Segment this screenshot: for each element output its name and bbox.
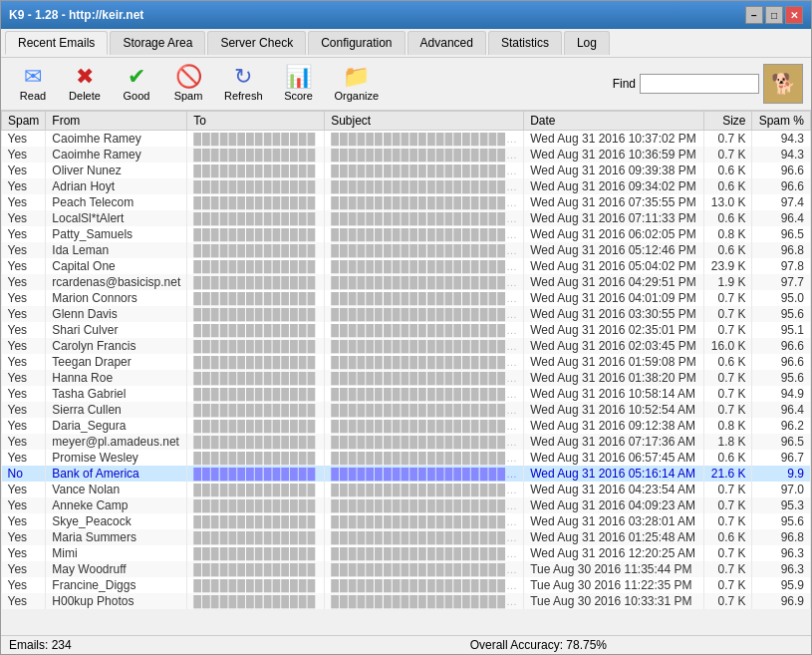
table-row[interactable]: YesCarolyn Francis██████████████████████… — [2, 338, 811, 354]
table-row[interactable]: YesMimi█████████████████████████████████… — [2, 545, 811, 561]
size-cell: 0.6 K — [704, 178, 752, 194]
date-cell: Wed Aug 31 2016 02:35:01 PM — [524, 322, 704, 338]
table-row[interactable]: YesMaria Summers████████████████████████… — [2, 529, 811, 545]
maximize-button[interactable]: □ — [765, 6, 783, 24]
spam-cell: Yes — [2, 306, 46, 322]
window-title: K9 - 1.28 - http://keir.net — [9, 8, 143, 22]
header-spampct[interactable]: Spam % — [752, 112, 811, 131]
size-cell: 0.7 K — [704, 290, 752, 306]
subject-cell: ██████████████████████ — [325, 210, 524, 226]
size-cell: 0.6 K — [704, 450, 752, 466]
header-subject[interactable]: Subject — [325, 112, 524, 131]
table-row[interactable]: YesLocalSl*tAlert███████████████████████… — [2, 210, 811, 226]
to-cell: ██████████████ — [187, 354, 325, 370]
tab-log[interactable]: Log — [564, 31, 610, 55]
delete-icon: ✖ — [76, 66, 94, 88]
table-row[interactable]: YesAnneke Camp██████████████████████████… — [2, 497, 811, 513]
subject-cell: ██████████████████████ — [325, 290, 524, 306]
header-from[interactable]: From — [46, 112, 187, 131]
find-input[interactable] — [640, 74, 759, 94]
to-cell: ██████████████ — [187, 466, 325, 482]
score-button[interactable]: 📊 Score — [275, 62, 323, 106]
header-size[interactable]: Size — [704, 112, 752, 131]
size-cell: 0.6 K — [704, 242, 752, 258]
read-button[interactable]: ✉ Read — [9, 62, 57, 106]
tab-storage-area[interactable]: Storage Area — [110, 31, 205, 55]
table-row[interactable]: YesMay Woodruff█████████████████████████… — [2, 561, 811, 577]
header-date[interactable]: Date — [524, 112, 704, 131]
subject-cell: ██████████████████████ — [325, 370, 524, 386]
spam-cell: Yes — [2, 577, 46, 593]
good-button[interactable]: ✔ Good — [113, 62, 160, 106]
table-row[interactable]: YesHanna Roe████████████████████████████… — [2, 370, 811, 386]
spam-button[interactable]: 🚫 Spam — [164, 62, 212, 106]
to-cell: ██████████████ — [187, 163, 325, 178]
date-cell: Wed Aug 31 2016 06:02:05 PM — [524, 226, 704, 242]
delete-button[interactable]: ✖ Delete — [61, 62, 109, 106]
spam-icon: 🚫 — [175, 66, 202, 88]
table-row[interactable]: YesCaoimhe Ramey████████████████████████… — [2, 147, 811, 163]
tab-advanced[interactable]: Advanced — [407, 31, 486, 55]
date-cell: Wed Aug 31 2016 07:17:36 AM — [524, 434, 704, 450]
table-row[interactable]: YesPromise Wesley███████████████████████… — [2, 450, 811, 466]
close-button[interactable]: ✕ — [785, 6, 803, 24]
table-row[interactable]: YesPeach Telecom████████████████████████… — [2, 194, 811, 210]
subject-cell: ██████████████████████ — [325, 258, 524, 274]
tab-configuration[interactable]: Configuration — [308, 31, 405, 55]
table-row[interactable]: Yesmeyer@pl.amadeus.net█████████████████… — [2, 434, 811, 450]
tab-server-check[interactable]: Server Check — [207, 31, 306, 55]
refresh-button[interactable]: ↻ Refresh — [216, 62, 271, 106]
organize-button[interactable]: 📁 Organize — [327, 62, 388, 106]
size-cell: 0.7 K — [704, 497, 752, 513]
table-row[interactable]: YesMarion Connors███████████████████████… — [2, 290, 811, 306]
table-row[interactable]: YesGlenn Davis██████████████████████████… — [2, 306, 811, 322]
date-cell: Tue Aug 30 2016 10:33:31 PM — [524, 593, 704, 609]
from-cell: Sierra Cullen — [46, 402, 187, 418]
tab-recent-emails[interactable]: Recent Emails — [5, 31, 108, 55]
table-row[interactable]: YesSierra Cullen████████████████████████… — [2, 402, 811, 418]
emails-count: Emails: 234 — [9, 638, 274, 652]
table-row[interactable]: YesShari Culver█████████████████████████… — [2, 322, 811, 338]
subject-cell: ██████████████████████ — [325, 242, 524, 258]
table-row[interactable]: YesIda Leman████████████████████████████… — [2, 242, 811, 258]
spampct-cell: 96.6 — [752, 338, 811, 354]
score-label: Score — [284, 90, 313, 102]
table-row[interactable]: YesAdrian Hoyt██████████████████████████… — [2, 178, 811, 194]
table-row[interactable]: YesCapital One██████████████████████████… — [2, 258, 811, 274]
table-row[interactable]: YesDaria_Segura█████████████████████████… — [2, 418, 811, 434]
date-cell: Wed Aug 31 2016 12:20:25 AM — [524, 545, 704, 561]
spam-cell: Yes — [2, 370, 46, 386]
email-table-container[interactable]: Spam From To Subject Date Size Spam % Ye… — [1, 111, 811, 635]
spam-cell: Yes — [2, 290, 46, 306]
subject-cell: ██████████████████████ — [325, 194, 524, 210]
subject-cell: ██████████████████████ — [325, 529, 524, 545]
spam-cell: Yes — [2, 338, 46, 354]
to-cell: ██████████████ — [187, 306, 325, 322]
good-label: Good — [124, 90, 150, 102]
header-spam[interactable]: Spam — [2, 112, 46, 131]
table-row[interactable]: YesCaoimhe Ramey████████████████████████… — [2, 131, 811, 148]
accuracy-status: Overall Accuracy: 78.75% — [274, 638, 803, 652]
size-cell: 16.0 K — [704, 338, 752, 354]
date-cell: Wed Aug 31 2016 10:36:59 PM — [524, 147, 704, 163]
table-row[interactable]: YesTeegan Draper████████████████████████… — [2, 354, 811, 370]
subject-cell: ██████████████████████ — [325, 482, 524, 497]
to-cell: ██████████████ — [187, 147, 325, 163]
minimize-button[interactable]: − — [745, 6, 763, 24]
table-row[interactable]: YesFrancine_Diggs███████████████████████… — [2, 577, 811, 593]
spam-cell: Yes — [2, 545, 46, 561]
to-cell: ██████████████ — [187, 402, 325, 418]
table-row[interactable]: YesVance Nolan██████████████████████████… — [2, 482, 811, 497]
table-row[interactable]: NoBank of America███████████████████████… — [2, 466, 811, 482]
to-cell: ██████████████ — [187, 370, 325, 386]
table-row[interactable]: YesPatty_Samuels████████████████████████… — [2, 226, 811, 242]
table-row[interactable]: YesTasha Gabriel████████████████████████… — [2, 386, 811, 402]
table-row[interactable]: YesH00kup Photos████████████████████████… — [2, 593, 811, 609]
header-to[interactable]: To — [187, 112, 325, 131]
table-row[interactable]: Yesrcardenas@basicisp.net███████████████… — [2, 274, 811, 290]
email-table-body: YesCaoimhe Ramey████████████████████████… — [2, 131, 811, 610]
organize-icon: 📁 — [343, 66, 370, 88]
tab-statistics[interactable]: Statistics — [488, 31, 562, 55]
table-row[interactable]: YesOliver Nunez█████████████████████████… — [2, 163, 811, 178]
table-row[interactable]: YesSkye_Peacock█████████████████████████… — [2, 513, 811, 529]
